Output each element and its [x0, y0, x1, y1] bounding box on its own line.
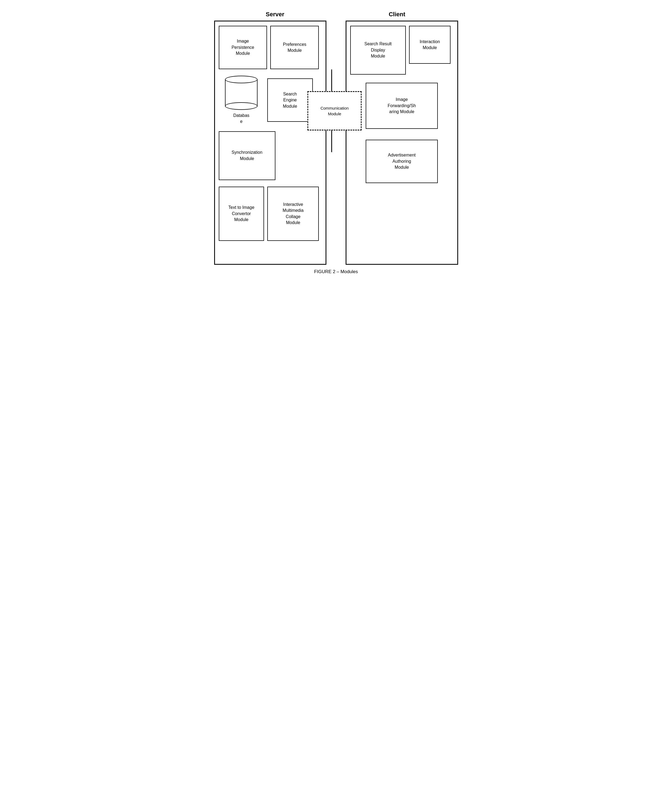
communication-area-wrapper: Communication Module	[326, 21, 336, 265]
image-forwarding-module: Image Forwarding/Sh aring Module	[366, 83, 438, 129]
advertisement-module: Advertisement Authoring Module	[366, 140, 438, 183]
interaction-module: Interaction Module	[409, 26, 450, 64]
search-engine-module: Search Engine Module	[267, 79, 313, 122]
database-label: Databas e	[233, 112, 250, 125]
text-to-image-module: Text to Image Convertor Module	[219, 187, 264, 241]
client-panel: Search Result Display Module Interaction…	[346, 21, 458, 265]
server-bottom-row: Text to Image Convertor Module Interacti…	[219, 187, 322, 241]
server-panel: Image Persistence Module Preferences Mod…	[214, 21, 326, 265]
interactive-multimedia-module: Interactive Multimedia Collage Module	[267, 187, 319, 241]
cylinder-bottom-ellipse	[225, 102, 258, 110]
preferences-module: Preferences Module	[270, 26, 319, 69]
server-top-row: Image Persistence Module Preferences Mod…	[219, 26, 322, 69]
figure-caption: FIGURE 2 – Modules	[214, 269, 458, 274]
cylinder-top	[225, 76, 258, 83]
server-title: Server	[214, 11, 336, 18]
search-result-display-module: Search Result Display Module	[350, 26, 406, 75]
synchronization-module: Synchronization Module	[219, 131, 275, 180]
server-mid-row: Databas e Search Engine Module	[219, 76, 322, 125]
main-layout: Image Persistence Module Preferences Mod…	[214, 21, 458, 265]
vert-line-top	[331, 69, 332, 91]
page-container: Server Client Image Persistence Module P…	[214, 11, 458, 274]
section-titles: Server Client	[214, 11, 458, 18]
image-persistence-module: Image Persistence Module	[219, 26, 267, 69]
client-top-row: Search Result Display Module Interaction…	[350, 26, 453, 75]
communication-module: Communication Module	[307, 91, 362, 130]
cylinder-body	[225, 80, 258, 107]
vert-line-bottom	[331, 130, 332, 152]
client-title: Client	[336, 11, 458, 18]
database-cylinder	[225, 76, 258, 107]
database-container: Databas e	[219, 76, 264, 125]
